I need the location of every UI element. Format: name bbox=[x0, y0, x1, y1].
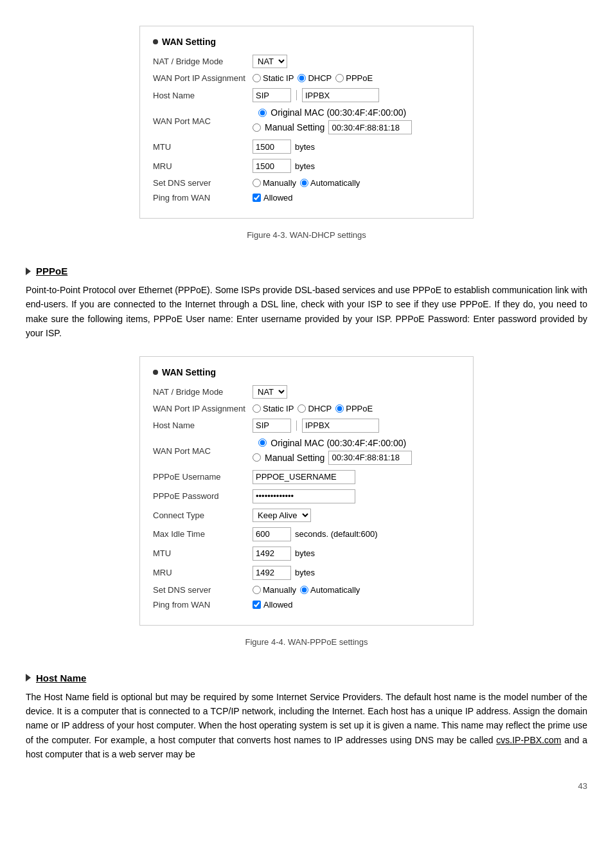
mac-manual-label-pppoe: Manual Setting bbox=[265, 453, 324, 463]
mru-value: bytes bbox=[253, 159, 315, 173]
mtu-value: bytes bbox=[253, 140, 315, 154]
dhcp-radio-label[interactable]: DHCP bbox=[298, 73, 332, 83]
ping-wan-row-dhcp: Ping from WAN Allowed bbox=[153, 193, 460, 203]
wan-mac-label-pppoe: WAN Port MAC bbox=[153, 446, 253, 456]
hostname-heading: Host Name bbox=[36, 673, 86, 683]
connect-type-label: Connect Type bbox=[153, 511, 253, 520]
figure3-container: WAN Setting NAT / Bridge Mode NAT WAN Po… bbox=[26, 19, 587, 253]
wan-setting-box-dhcp: WAN Setting NAT / Bridge Mode NAT WAN Po… bbox=[139, 26, 474, 219]
static-ip-radio-p[interactable] bbox=[253, 404, 261, 413]
ping-wan-value: Allowed bbox=[253, 193, 293, 203]
mtu-row-pppoe: MTU bytes bbox=[153, 547, 460, 561]
dhcp-radio[interactable] bbox=[298, 74, 306, 82]
connect-type-row: Connect Type Keep Alive bbox=[153, 509, 460, 522]
mtu-input-pppoe[interactable] bbox=[253, 547, 291, 561]
mac-original-row-pppoe: Original MAC (00:30:4F:4F:00:00) bbox=[258, 438, 406, 448]
wan-setting-title-dhcp: WAN Setting bbox=[153, 37, 460, 47]
dhcp-radio-label-p[interactable]: DHCP bbox=[298, 404, 332, 413]
mtu-row-dhcp: MTU bytes bbox=[153, 140, 460, 154]
separator-pppoe bbox=[296, 420, 297, 431]
dns-manually-radio[interactable] bbox=[253, 179, 261, 187]
host-name-input1-pppoe[interactable] bbox=[253, 419, 291, 433]
host-name-value-pppoe bbox=[253, 419, 379, 433]
mtu-label: MTU bbox=[153, 142, 253, 152]
mtu-label-pppoe: MTU bbox=[153, 548, 253, 558]
bullet-icon-2 bbox=[153, 370, 158, 375]
mac-manual-row: Manual Setting bbox=[253, 120, 412, 134]
host-name-label-pppoe: Host Name bbox=[153, 420, 253, 430]
mac-original-radio-pppoe[interactable] bbox=[258, 439, 267, 447]
nat-bridge-select[interactable]: NAT bbox=[253, 55, 287, 68]
max-idle-value: seconds. (default:600) bbox=[253, 527, 378, 541]
pppoe-password-input[interactable] bbox=[253, 489, 355, 503]
dns-auto-label[interactable]: Automatically bbox=[300, 178, 360, 188]
nat-bridge-row-pppoe: NAT / Bridge Mode NAT bbox=[153, 385, 460, 399]
max-idle-input[interactable] bbox=[253, 527, 291, 541]
ping-wan-checkbox-label[interactable]: Allowed bbox=[253, 193, 293, 203]
mtu-input[interactable] bbox=[253, 140, 291, 154]
host-name-input2[interactable] bbox=[302, 88, 379, 102]
wan-mac-row-pppoe: WAN Port MAC Original MAC (00:30:4F:4F:0… bbox=[153, 438, 460, 465]
nat-bridge-value: NAT bbox=[253, 55, 287, 68]
wan-ip-assign-label-pppoe: WAN Port IP Assignment bbox=[153, 404, 253, 413]
dns-auto-label-pppoe[interactable]: Automatically bbox=[300, 585, 360, 595]
wan-mac-label: WAN Port MAC bbox=[153, 116, 253, 126]
figure3-caption: Figure 4-3. WAN-DHCP settings bbox=[247, 230, 366, 240]
static-ip-radio-label-p[interactable]: Static IP bbox=[253, 404, 294, 413]
mru-input[interactable] bbox=[253, 159, 291, 173]
nat-bridge-select-pppoe[interactable]: NAT bbox=[253, 385, 287, 399]
static-ip-radio[interactable] bbox=[253, 74, 261, 82]
arrow-icon-hostname bbox=[26, 674, 31, 682]
pppoe-username-value bbox=[253, 470, 355, 484]
arrow-icon bbox=[26, 267, 31, 275]
dns-value: Manually Automatically bbox=[253, 178, 360, 188]
connect-type-select[interactable]: Keep Alive bbox=[253, 509, 311, 522]
ping-wan-checkbox-label-pppoe[interactable]: Allowed bbox=[253, 600, 293, 610]
wan-ip-assign-row-pppoe: WAN Port IP Assignment Static IP DHCP PP… bbox=[153, 404, 460, 413]
ping-wan-label-pppoe: Ping from WAN bbox=[153, 600, 253, 610]
wan-ip-assign-radios-pppoe: Static IP DHCP PPPoE bbox=[253, 404, 373, 413]
ping-wan-checkbox-pppoe[interactable] bbox=[253, 601, 261, 609]
mac-manual-input[interactable] bbox=[328, 120, 412, 134]
mac-original-radio[interactable] bbox=[258, 109, 267, 117]
host-name-value bbox=[253, 88, 379, 102]
wan-ip-assign-label: WAN Port IP Assignment bbox=[153, 73, 253, 83]
figure4-container: WAN Setting NAT / Bridge Mode NAT WAN Po… bbox=[26, 350, 587, 660]
mac-manual-radio[interactable] bbox=[253, 123, 261, 132]
host-name-input1[interactable] bbox=[253, 88, 291, 102]
mru-value-pppoe: bytes bbox=[253, 566, 315, 580]
wan-mac-value-pppoe: Original MAC (00:30:4F:4F:00:00) Manual … bbox=[253, 438, 412, 465]
dns-manually-label[interactable]: Manually bbox=[253, 178, 296, 188]
dns-manually-radio-pppoe[interactable] bbox=[253, 586, 261, 594]
mac-manual-radio-pppoe[interactable] bbox=[253, 453, 261, 462]
pppoe-radio-label-p[interactable]: PPPoE bbox=[335, 404, 373, 413]
mru-label-pppoe: MRU bbox=[153, 568, 253, 577]
hostname-body: The Host Name field is optional but may … bbox=[26, 690, 587, 762]
ping-wan-checkbox[interactable] bbox=[253, 194, 261, 202]
pppoe-radio[interactable] bbox=[335, 74, 344, 82]
mru-bytes: bytes bbox=[295, 161, 315, 171]
pppoe-username-input[interactable] bbox=[253, 470, 355, 484]
mtu-value-pppoe: bytes bbox=[253, 547, 315, 561]
mac-manual-input-pppoe[interactable] bbox=[328, 451, 412, 465]
pppoe-radio-label[interactable]: PPPoE bbox=[335, 73, 373, 83]
mru-row-dhcp: MRU bytes bbox=[153, 159, 460, 173]
dhcp-radio-p[interactable] bbox=[298, 404, 306, 413]
bullet-icon bbox=[153, 39, 158, 44]
mru-row-pppoe: MRU bytes bbox=[153, 566, 460, 580]
pppoe-section-heading: PPPoE bbox=[26, 266, 587, 276]
dns-manually-label-pppoe[interactable]: Manually bbox=[253, 585, 296, 595]
wan-mac-value: Original MAC (00:30:4F:4F:00:00) Manual … bbox=[253, 107, 412, 134]
dns-auto-radio-pppoe[interactable] bbox=[300, 586, 308, 594]
pppoe-body: Point-to-Point Protocol over Ethernet (P… bbox=[26, 283, 587, 341]
mac-original-text-pppoe: Original MAC (00:30:4F:4F:00:00) bbox=[271, 438, 406, 448]
dns-auto-radio[interactable] bbox=[300, 179, 308, 187]
ping-wan-row-pppoe: Ping from WAN Allowed bbox=[153, 600, 460, 610]
static-ip-radio-label[interactable]: Static IP bbox=[253, 73, 294, 83]
mru-input-pppoe[interactable] bbox=[253, 566, 291, 580]
pppoe-password-label: PPPoE Password bbox=[153, 491, 253, 501]
pppoe-password-row: PPPoE Password bbox=[153, 489, 460, 503]
ping-wan-value-pppoe: Allowed bbox=[253, 600, 293, 610]
pppoe-radio-p[interactable] bbox=[335, 404, 344, 413]
host-name-input2-pppoe[interactable] bbox=[302, 419, 379, 433]
